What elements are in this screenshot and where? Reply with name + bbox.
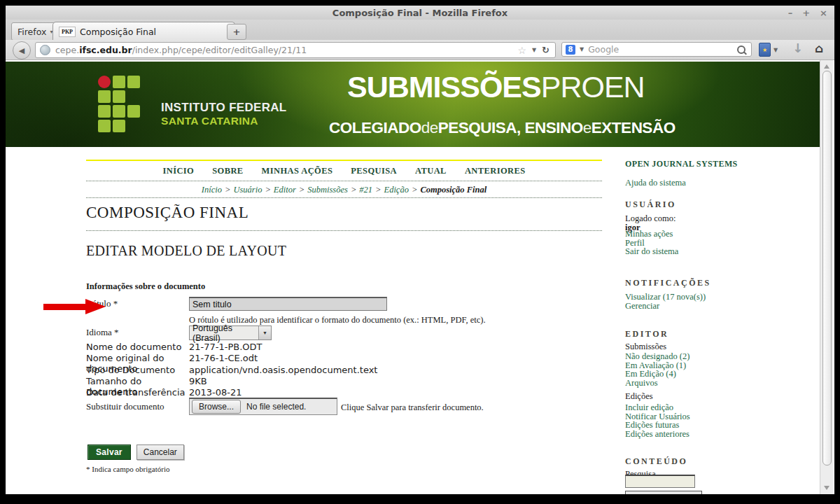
downloads-button[interactable]: ↓ (792, 41, 803, 55)
breadcrumb-inicio[interactable]: Início (202, 185, 222, 195)
search-engine-dropdown-icon[interactable]: ▼ (580, 46, 584, 52)
form-intro: Informações sobre o documento (86, 281, 205, 292)
table-row: Tipo do Documento application/vnd.oasis.… (86, 365, 506, 376)
breadcrumb-edicao[interactable]: Edição (384, 185, 409, 195)
url-dropdown-icon[interactable]: ▼ (532, 47, 536, 53)
submissoes-label: Submissões (625, 342, 666, 351)
form-buttons: Salvar Cancelar (88, 444, 184, 460)
required-note: * Indica campo obrigatório (86, 465, 169, 473)
substituir-label: Substituir documento (86, 401, 164, 412)
page-viewport: INSTITUTO FEDERAL SANTA CATARINA SUBMISS… (6, 60, 834, 494)
tab-composicao-final[interactable]: PKP Composição Final (52, 22, 235, 41)
new-tab-button[interactable]: + (227, 24, 246, 40)
minimize-button[interactable]: – (788, 8, 793, 18)
search-input[interactable]: Google (588, 44, 619, 55)
nav-sobre[interactable]: SOBRE (212, 166, 243, 176)
chevron-down-icon[interactable]: ▼ (258, 326, 271, 340)
logo-red-dot (98, 76, 111, 88)
breadcrumb-current: Composição Final (420, 185, 486, 195)
sidebar-heading-notificacoes: NOTIFICAÇÕES (625, 278, 711, 288)
scroll-down-icon[interactable] (824, 486, 830, 490)
sidebar-item-nao-designado[interactable]: Não designado (2) (625, 352, 690, 361)
search-bar[interactable]: 8 ▼ Google (561, 42, 752, 57)
ojs-title: OPEN JOURNAL SYSTEMS (625, 159, 738, 169)
sidebar-item-sair[interactable]: Sair do sistema (625, 247, 678, 256)
vertical-scrollbar[interactable] (820, 60, 833, 494)
document-info: Nome do documento 21-77-1-PB.ODT Nome or… (86, 342, 506, 398)
sidebar-item-visualizar[interactable]: Visualizar (17 nova(s)) (625, 293, 706, 302)
home-button[interactable]: ⌂ (815, 41, 823, 55)
nav-pesquisa[interactable]: PESQUISA (351, 166, 397, 176)
search-scope-select[interactable] (625, 491, 702, 494)
maximize-button[interactable]: + (802, 8, 810, 18)
divider (86, 181, 602, 181)
main-nav: INÍCIO SOBRE MINHAS AÇÕES PESQUISA ATUAL… (86, 166, 602, 176)
reload-icon[interactable]: ↻ (542, 45, 550, 55)
sidebar-item-minhas-acoes[interactable]: Minhas ações (625, 230, 678, 239)
download-arrow-icon: ↓ (792, 41, 803, 55)
firefox-menu-label: Firefox (18, 27, 46, 37)
sidebar-heading-editor: EDITOR (625, 329, 668, 340)
upload-note: Clique Salvar para transferir documento. (341, 402, 484, 413)
logged-as-label: Logado como: (625, 214, 676, 223)
tab-strip: Firefox ▾ PKP Composição Final + (6, 20, 834, 40)
no-file-text: No file selected. (246, 402, 306, 412)
sidebar-item-em-edicao[interactable]: Em Edição (4) (625, 370, 690, 379)
journal-title-bold: SUBMISSÕES (347, 70, 541, 104)
home-icon: ⌂ (815, 41, 823, 55)
breadcrumb-21[interactable]: #21 (359, 185, 372, 195)
cancel-button[interactable]: Cancelar (136, 444, 184, 460)
close-button[interactable]: × (820, 8, 827, 18)
bookmark-star-icon[interactable]: ☆ (517, 45, 526, 56)
url-path: /index.php/cepe/editor/editGalley/21/11 (132, 45, 307, 55)
ifsc-logo (98, 76, 140, 132)
breadcrumb-submissoes[interactable]: Submissões (307, 185, 348, 195)
back-button[interactable]: ◀ (13, 41, 31, 59)
table-row: Nome do documento 21-77-1-PB.ODT (86, 342, 506, 353)
nav-anteriores[interactable]: ANTERIORES (465, 166, 526, 176)
divider (86, 197, 602, 198)
rotulo-input[interactable]: Sem titulo (189, 297, 387, 311)
breadcrumb: Início>Usuário>Editor>Submissões>#21>Edi… (86, 185, 602, 195)
idioma-selected-value: Português (Brasil) (190, 323, 258, 343)
sidebar-heading-usuario: USUÁRIO (625, 200, 676, 210)
file-upload-field[interactable]: Browse... No file selected. (189, 398, 337, 415)
section-title: EDITAR MODELO DE LAYOUT (86, 243, 286, 259)
nav-inicio[interactable]: INÍCIO (162, 166, 194, 176)
journal-subtitle: COLEGIADOdePESQUISA, ENSINOeEXTENSÃO (329, 119, 676, 137)
annotation-arrow-head (85, 299, 106, 314)
sidebar-item-arquivos[interactable]: Arquivos (625, 379, 690, 388)
search-input[interactable] (625, 475, 695, 488)
sidebar-item-gerenciar[interactable]: Gerenciar (625, 302, 706, 311)
url-bar[interactable]: cepe.ifsc.edu.br/index.php/cepe/editor/e… (35, 42, 556, 58)
breadcrumb-usuario[interactable]: Usuário (233, 185, 262, 195)
sidebar-item-edicoes-anteriores[interactable]: Edições anteriores (625, 430, 690, 439)
idioma-select[interactable]: Português (Brasil) ▼ (189, 326, 272, 340)
google-icon: 8 (566, 45, 575, 55)
urlbar-actions: ☆ ▼ ↻ (517, 45, 555, 56)
save-button[interactable]: Salvar (88, 444, 131, 460)
org-line2: SANTA CATARINA (161, 115, 287, 127)
journal-title: SUBMISSÕESPROEN (347, 70, 645, 104)
nav-atual[interactable]: ATUAL (415, 166, 447, 176)
scrollbar-thumb[interactable] (822, 71, 832, 465)
back-arrow-icon: ◀ (19, 46, 24, 55)
document-file-link[interactable]: 21-77-1-PB.ODT (189, 342, 262, 352)
bookmarks-dropdown-icon[interactable]: ▼ (774, 47, 778, 53)
breadcrumb-editor[interactable]: Editor (274, 185, 296, 195)
sidebar-item-edicoes-futuras[interactable]: Edições futuras (625, 421, 690, 430)
browse-button[interactable]: Browse... (192, 400, 241, 414)
url-domain: ifsc.edu.br (79, 45, 132, 55)
navigation-toolbar: ◀ cepe.ifsc.edu.br/index.php/cepe/editor… (6, 40, 834, 60)
yellow-divider (86, 160, 602, 161)
sidebar-item-ajuda[interactable]: Ajuda do sistema (625, 178, 686, 188)
scroll-up-icon[interactable] (824, 64, 830, 69)
search-icon[interactable] (737, 46, 746, 54)
annotation-arrow (43, 304, 85, 310)
bookmarks-book-icon: ★ (759, 43, 771, 57)
bookmarks-button[interactable]: ★ ▼ (759, 42, 784, 57)
nav-minhas-acoes[interactable]: MINHAS AÇÕES (262, 166, 333, 176)
window-titlebar[interactable]: Composição Final - Mozilla Firefox – + × (6, 6, 834, 20)
sidebar-item-incluir-edicao[interactable]: Incluir edição (625, 403, 690, 412)
org-line1: INSTITUTO FEDERAL (161, 101, 287, 115)
